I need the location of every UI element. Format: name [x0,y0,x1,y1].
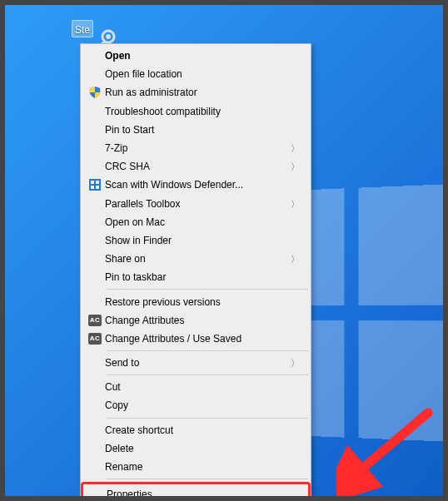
desktop-shortcut-steam[interactable]: Ste [55,20,110,37]
menu-item-7zip[interactable]: 7-Zip 〉 [82,139,310,157]
menu-separator [107,418,308,419]
menu-item-show-in-finder[interactable]: Show in Finder [82,231,310,250]
menu-item-label: Show in Finder [105,235,291,246]
menu-item-open-on-mac[interactable]: Open on Mac [82,213,310,231]
menu-item-label: Scan with Windows Defender... [105,179,291,191]
menu-item-label: 7-Zip [105,142,291,154]
menu-item-change-attributes[interactable]: AC Change Attributes [82,311,310,330]
context-menu: Open Open file location Run as administr… [80,43,311,501]
menu-item-label: Change Attributes [105,315,291,326]
chevron-right-icon: 〉 [291,142,300,155]
menu-item-restore-versions[interactable]: Restore previous versions [82,292,310,310]
menu-separator [107,289,308,290]
menu-item-label: Open on Mac [105,216,291,228]
menu-item-label: Delete [105,443,291,454]
menu-item-label: Change Attributes / Use Saved [105,333,291,345]
annotation-arrow [336,404,445,501]
menu-item-open-file-location[interactable]: Open file location [82,65,310,83]
menu-item-troubleshoot[interactable]: Troubleshoot compatibility [82,102,310,121]
menu-item-parallels-toolbox[interactable]: Parallels Toolbox 〉 [82,195,310,213]
defender-icon [89,179,101,191]
menu-item-label: Pin to taskbar [105,271,291,283]
menu-item-label: Rename [105,461,291,473]
menu-item-change-attributes-saved[interactable]: AC Change Attributes / Use Saved [82,330,310,348]
menu-item-label: Run as administrator [105,87,291,98]
menu-item-label: Share on [105,253,291,265]
menu-item-cut[interactable]: Cut [82,378,310,396]
menu-item-label: CRC SHA [105,161,291,172]
menu-separator [107,375,308,375]
menu-item-label: Pin to Start [105,124,291,136]
menu-item-pin-to-taskbar[interactable]: Pin to taskbar [82,268,310,286]
menu-item-label: Open [105,50,291,62]
menu-item-label: Parallels Toolbox [105,198,291,210]
menu-item-send-to[interactable]: Send to 〉 [82,354,310,372]
menu-item-label: Troubleshoot compatibility [105,106,291,117]
menu-item-label: Send to [105,357,291,369]
menu-item-label: Cut [105,381,291,393]
chevron-right-icon: 〉 [291,197,300,210]
attribute-changer-icon: AC [88,333,102,345]
menu-separator [107,350,308,351]
menu-item-properties[interactable]: Properties [83,485,308,501]
attribute-changer-icon: AC [88,315,102,326]
svg-point-1 [106,34,111,39]
menu-item-run-as-admin[interactable]: Run as administrator [82,83,310,102]
chevron-right-icon: 〉 [291,161,300,173]
menu-item-label: Create shortcut [105,424,291,436]
menu-item-label: Open file location [105,68,291,80]
annotation-highlight: Properties [81,482,311,501]
menu-item-crc-sha[interactable]: CRC SHA 〉 [82,157,310,176]
menu-item-create-shortcut[interactable]: Create shortcut [82,421,310,439]
menu-separator [107,479,308,479]
menu-item-rename[interactable]: Rename [82,458,310,476]
menu-item-open[interactable]: Open [82,47,310,65]
menu-item-label: Properties [107,489,290,500]
menu-item-label: Copy [105,399,291,411]
menu-item-copy[interactable]: Copy [82,396,310,414]
menu-item-scan-defender[interactable]: Scan with Windows Defender... [82,176,310,194]
uac-shield-icon [89,87,101,98]
chevron-right-icon: 〉 [291,357,300,370]
menu-item-share-on[interactable]: Share on 〉 [82,250,310,268]
menu-item-delete[interactable]: Delete [82,439,310,458]
menu-item-label: Restore previous versions [105,296,291,308]
chevron-right-icon: 〉 [291,253,300,265]
svg-line-3 [351,413,428,478]
menu-item-pin-to-start[interactable]: Pin to Start [82,121,310,139]
